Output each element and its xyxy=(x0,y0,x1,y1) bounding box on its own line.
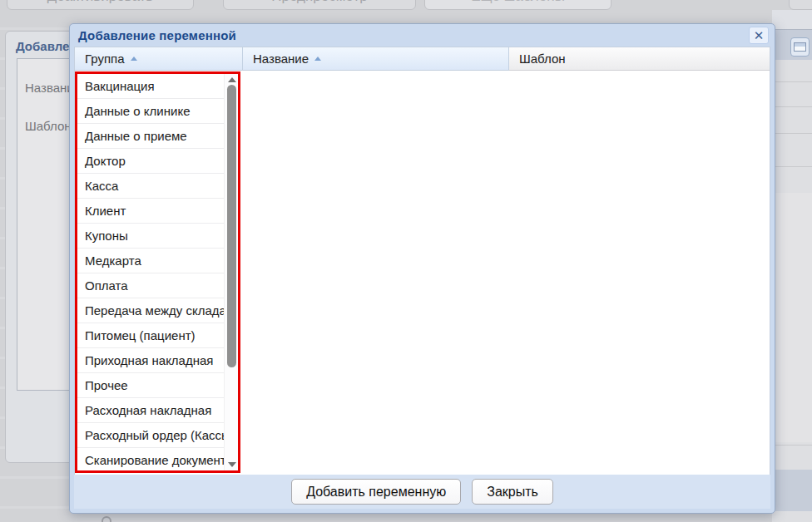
toolbar-button-deactivate[interactable]: Деактивировать xyxy=(7,0,194,10)
sort-asc-icon xyxy=(131,57,137,61)
background-rows xyxy=(772,60,812,522)
background-dialog-title: Добавле xyxy=(16,39,69,53)
scroll-thumb[interactable] xyxy=(227,85,236,367)
group-list-item[interactable]: Данные о клинике xyxy=(77,99,224,124)
panel-icon-button[interactable] xyxy=(790,37,810,57)
group-list-item[interactable]: Клиент xyxy=(77,199,224,224)
dialog-header[interactable]: Добавление переменной ✕ xyxy=(74,24,770,47)
group-list-item[interactable]: Питомец (пациент) xyxy=(77,323,224,348)
column-header-group-label: Группа xyxy=(85,52,125,66)
sort-asc-icon xyxy=(314,57,321,61)
close-icon: ✕ xyxy=(754,29,765,42)
group-list-item[interactable]: Данные о приеме xyxy=(77,124,224,149)
background-radio-circle xyxy=(102,516,111,522)
window-panel-icon xyxy=(794,42,806,52)
column-header-name[interactable]: Название xyxy=(243,47,509,71)
grid-header: Группа Название Шаблон xyxy=(75,47,770,71)
background-strip-top xyxy=(772,10,812,29)
group-list-item[interactable]: Касса xyxy=(77,174,224,199)
group-list-item[interactable]: Оплата xyxy=(77,273,224,298)
background-name-label: Названи xyxy=(25,81,74,95)
column-header-name-label: Название xyxy=(253,52,309,66)
group-list-scrollbar[interactable] xyxy=(224,74,238,470)
column-header-template-label: Шаблон xyxy=(519,52,566,66)
column-header-group[interactable]: Группа xyxy=(75,47,243,71)
group-list-item[interactable]: Расходная накладная xyxy=(77,398,224,423)
close-dialog-button[interactable]: Закрыть xyxy=(472,479,553,505)
group-list-item[interactable]: Прочее xyxy=(77,373,224,398)
group-list-highlight: ВакцинацияДанные о клиникеДанные о прием… xyxy=(75,71,240,473)
add-variable-button[interactable]: Добавить переменную xyxy=(291,479,461,505)
group-list-item[interactable]: Вакцинация xyxy=(77,74,224,99)
background-template-label: Шаблон xyxy=(25,119,72,133)
group-list-item[interactable]: Расходный ордер (Кассы) xyxy=(77,423,224,448)
variables-grid: Группа Название Шаблон ВакцинацияДанные … xyxy=(74,47,770,475)
group-list-item[interactable]: Сканирование документа xyxy=(77,448,224,470)
group-list-item[interactable]: Доктор xyxy=(77,149,224,174)
toolbar-button-preview[interactable]: Предпросмотр xyxy=(223,0,416,10)
dialog-title: Добавление переменной xyxy=(78,28,236,42)
background-right-panel xyxy=(772,10,812,522)
scroll-down-icon[interactable] xyxy=(228,462,236,467)
page-background: Деактивировать Предпросмотр Ещё шаблоны … xyxy=(0,0,812,522)
add-variable-dialog: Добавление переменной ✕ Группа Название … xyxy=(69,23,775,514)
grid-body: ВакцинацияДанные о клиникеДанные о прием… xyxy=(75,71,770,475)
group-list-item[interactable]: Передача между складам xyxy=(77,298,224,323)
group-list: ВакцинацияДанные о клиникеДанные о прием… xyxy=(77,74,224,470)
scroll-up-icon[interactable] xyxy=(228,77,236,82)
group-list-item[interactable]: Приходная накладная xyxy=(77,348,224,373)
toolbar-button-use[interactable]: Исп xyxy=(789,0,812,10)
toolbar-button-more-templates[interactable]: Ещё шаблоны xyxy=(424,0,611,10)
column-header-template[interactable]: Шаблон xyxy=(509,47,770,71)
group-list-item[interactable]: Купоны xyxy=(77,224,224,249)
close-button[interactable]: ✕ xyxy=(749,27,769,44)
group-list-item[interactable]: Медкарта xyxy=(77,249,224,273)
dialog-footer: Добавить переменную Закрыть xyxy=(74,475,770,509)
